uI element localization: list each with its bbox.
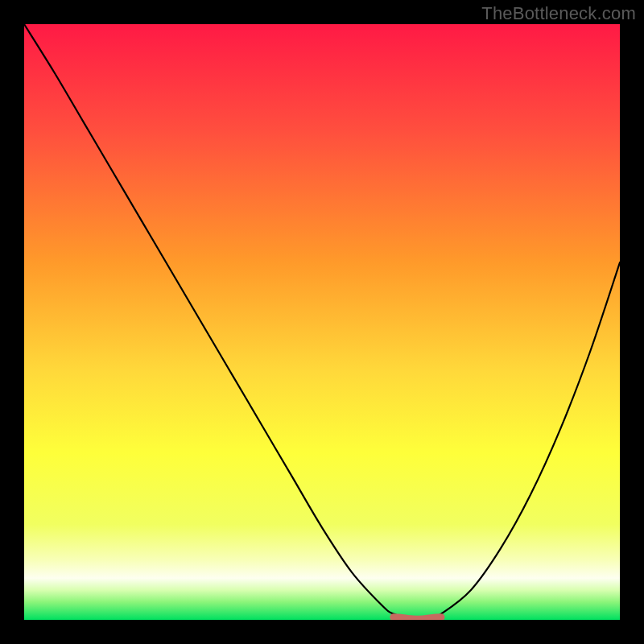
bottleneck-chart: [24, 24, 620, 620]
chart-frame: TheBottleneck.com: [0, 0, 644, 644]
optimum-marker: [394, 617, 441, 620]
watermark-text: TheBottleneck.com: [481, 3, 636, 24]
gradient-background: [24, 24, 620, 620]
